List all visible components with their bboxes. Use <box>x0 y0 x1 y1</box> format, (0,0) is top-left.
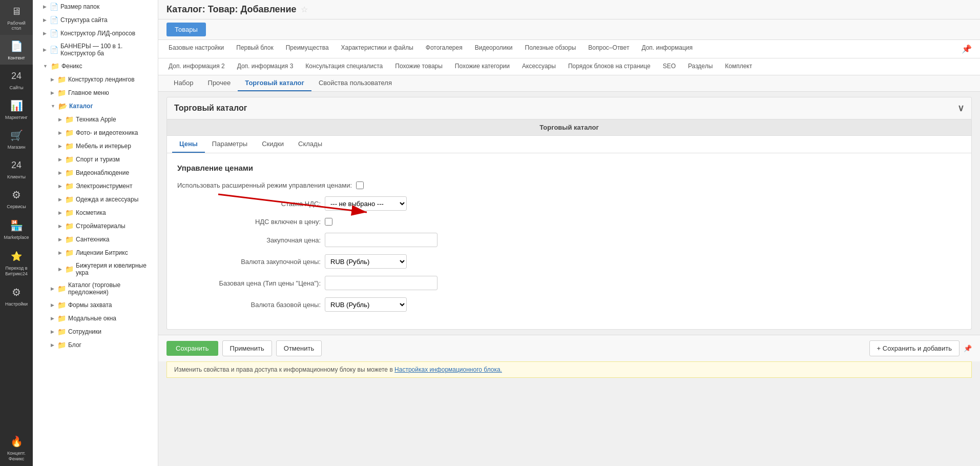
settings-icon: ⚙ <box>9 285 24 299</box>
field-purchase-currency[interactable]: RUB (Рубль) <box>325 254 407 269</box>
tab-consultation[interactable]: Консультация специалиста <box>299 58 389 75</box>
goods-button[interactable]: Товары <box>166 23 206 36</box>
shop-icon: 🛒 <box>9 128 24 143</box>
form-row-purchase-price: Закупочная цена: <box>177 233 961 247</box>
nav-item-sport[interactable]: ▶ 📁 Спорт и туризм <box>33 153 158 166</box>
nav-item-lid-constructor[interactable]: ▶ 📄 Конструктор ЛИД-опросов <box>33 27 158 40</box>
tab-similar-cat[interactable]: Похожие категории <box>449 58 516 75</box>
tab-set[interactable]: Набор <box>166 75 201 91</box>
info-link[interactable]: Настройках информационного блока. <box>394 366 502 373</box>
tab-similar[interactable]: Похожие товары <box>389 58 449 75</box>
nav-item-landing[interactable]: ▶ 📁 Конструктор лендингов <box>33 73 158 86</box>
sidebar-item-marketplace[interactable]: 🏪 Marketplace <box>0 213 33 245</box>
nav-item-main-menu[interactable]: ▶ 📁 Главное меню <box>33 86 158 99</box>
tab-qa[interactable]: Вопрос–Ответ <box>582 40 635 58</box>
sidebar-item-label: Контент <box>8 55 25 60</box>
tab-accessories[interactable]: Аксессуары <box>516 58 562 75</box>
field-base-price[interactable] <box>325 276 437 290</box>
tab-reviews[interactable]: Полезные обзоры <box>519 40 582 58</box>
sites-icon: 24 <box>9 69 24 83</box>
nav-item-building[interactable]: ▶ 📁 Стройматериалы <box>33 219 158 233</box>
nav-item-folder-sizes[interactable]: ▶ 📄 Размер папок <box>33 0 158 13</box>
sidebar-item-desktop[interactable]: 🖥 Рабочий стол <box>0 0 33 35</box>
nav-arrow: ▶ <box>43 31 47 36</box>
nav-item-surveillance[interactable]: ▶ 📁 Видеонаблюдение <box>33 166 158 179</box>
nav-item-power-tools[interactable]: ▶ 📁 Электроинструмент <box>33 179 158 193</box>
nav-item-catalog[interactable]: ▼ 📂 Каталог <box>33 99 158 113</box>
nav-item-banners[interactable]: ▶ 📄 БАННЕРЫ — 100 в 1. Конструктор ба <box>33 40 158 59</box>
nav-item-clothes[interactable]: ▶ 📁 Одежда и аксессуары <box>33 193 158 206</box>
sidebar-item-marketing[interactable]: 📊 Маркетинг <box>0 94 33 124</box>
tab-gallery[interactable]: Фотогалерея <box>420 40 469 58</box>
page-header: Каталог: Товар: Добавление ☆ <box>158 0 980 19</box>
inner-tabs: Цены Параметры Скидки Склады <box>167 136 971 153</box>
sidebar-item-clients[interactable]: 24 Клиенты <box>0 154 33 184</box>
nav-item-staff[interactable]: ▶ 📁 Сотрудники <box>33 325 158 338</box>
save-button[interactable]: Сохранить <box>166 341 218 356</box>
nav-arrow: ▶ <box>51 342 54 348</box>
inner-tab-params[interactable]: Параметры <box>205 136 255 153</box>
nav-item-fenix[interactable]: ▼ 📁 Феникс <box>33 59 158 73</box>
tab-extra3[interactable]: Доп. информация 3 <box>231 58 300 75</box>
nav-item-cosmetics[interactable]: ▶ 📁 Косметика <box>33 206 158 219</box>
tab-video[interactable]: Видеоролики <box>469 40 519 58</box>
apply-button[interactable]: Применить <box>222 340 272 356</box>
tab-order[interactable]: Порядок блоков на странице <box>562 58 657 75</box>
tab-kit[interactable]: Комплект <box>719 58 758 75</box>
nav-arrow: ▶ <box>58 237 62 242</box>
field-label-purchase-currency: Валюта закупочной цены: <box>177 258 321 266</box>
sidebar-item-concept[interactable]: 🔥 Концепт. Феникс <box>0 430 33 466</box>
tab-user-props[interactable]: Свойства пользователя <box>311 75 399 91</box>
nav-item-jewelry[interactable]: ▶ 📁 Бижутерия и ювелирные укра <box>33 259 158 279</box>
nav-item-modals[interactable]: ▶ 📁 Модальные окна <box>33 312 158 325</box>
tab-other[interactable]: Прочее <box>201 75 238 91</box>
field-vat-included[interactable] <box>325 218 332 226</box>
nav-item-catalog-offers[interactable]: ▶ 📁 Каталог (торговые предложения) <box>33 279 158 298</box>
nav-item-plumbing[interactable]: ▶ 📁 Сантехника <box>33 233 158 246</box>
services-icon: ⚙ <box>9 188 24 202</box>
inner-tab-prices[interactable]: Цены <box>172 136 205 153</box>
tab-extra2[interactable]: Доп. информация 2 <box>162 58 231 75</box>
nav-item-blog[interactable]: ▶ 📁 Блог <box>33 338 158 352</box>
tab-chars[interactable]: Характеристики и файлы <box>335 40 420 58</box>
inner-tab-discounts[interactable]: Скидки <box>255 136 291 153</box>
tab-trade[interactable]: Торговый каталог <box>238 75 311 91</box>
sidebar-item-bitrix24[interactable]: ⭐ Переход в Битрикс24 <box>0 245 33 281</box>
nav-arrow: ▶ <box>58 117 62 122</box>
field-label-base-price: Базовая цена (Тип цены "Цена"): <box>177 279 321 287</box>
field-purchase-price[interactable] <box>325 233 437 247</box>
nav-item-site-structure[interactable]: ▶ 📄 Структура сайта <box>33 13 158 27</box>
field-vat-rate[interactable]: --- не выбрано --- <box>325 196 407 211</box>
save-and-add-button[interactable]: + Сохранить и добавить <box>869 340 960 356</box>
main-content: Каталог: Товар: Добавление ☆ Товары Базо… <box>158 0 980 466</box>
sidebar-item-content[interactable]: 📄 Контент <box>0 35 33 65</box>
collapse-icon[interactable]: ∨ <box>957 103 964 114</box>
tab-first-block[interactable]: Первый блок <box>230 40 279 58</box>
tab-seo[interactable]: SEO <box>657 58 682 75</box>
sidebar-item-shop[interactable]: 🛒 Магазин <box>0 124 33 154</box>
tab-extra[interactable]: Доп. информация <box>635 40 699 58</box>
tab-base[interactable]: Базовые настройки <box>162 40 230 58</box>
nav-arrow: ▶ <box>43 17 47 23</box>
inner-tab-warehouses[interactable]: Склады <box>291 136 329 153</box>
tab-sections[interactable]: Разделы <box>682 58 719 75</box>
pin-right-icon: 📌 <box>964 345 972 352</box>
nav-item-apple[interactable]: ▶ 📁 Техника Apple <box>33 113 158 126</box>
star-icon[interactable]: ☆ <box>301 5 308 14</box>
sidebar-item-services[interactable]: ⚙ Сервисы <box>0 184 33 213</box>
sidebar-item-label: Магазин <box>8 145 26 150</box>
cancel-button[interactable]: Отменить <box>276 340 322 356</box>
nav-item-licenses[interactable]: ▶ 📁 Лицензии Битрикс <box>33 246 158 259</box>
tab-advantages[interactable]: Преимущества <box>280 40 335 58</box>
nav-item-forms[interactable]: ▶ 📁 Формы захвата <box>33 298 158 312</box>
field-extended-mode[interactable] <box>356 181 364 189</box>
nav-arrow: ▶ <box>58 157 62 162</box>
nav-arrow: ▶ <box>51 316 54 321</box>
nav-item-photo-video[interactable]: ▶ 📁 Фото- и видеотехника <box>33 126 158 139</box>
nav-item-furniture[interactable]: ▶ 📁 Мебель и интерьер <box>33 139 158 153</box>
field-base-currency[interactable]: RUB (Рубль) <box>325 297 407 312</box>
sidebar-item-sites[interactable]: 24 Сайты <box>0 65 33 94</box>
sidebar-item-label: Настройки <box>5 301 28 307</box>
nav-arrow: ▶ <box>43 47 47 52</box>
sidebar-item-settings[interactable]: ⚙ Настройки <box>0 281 33 311</box>
